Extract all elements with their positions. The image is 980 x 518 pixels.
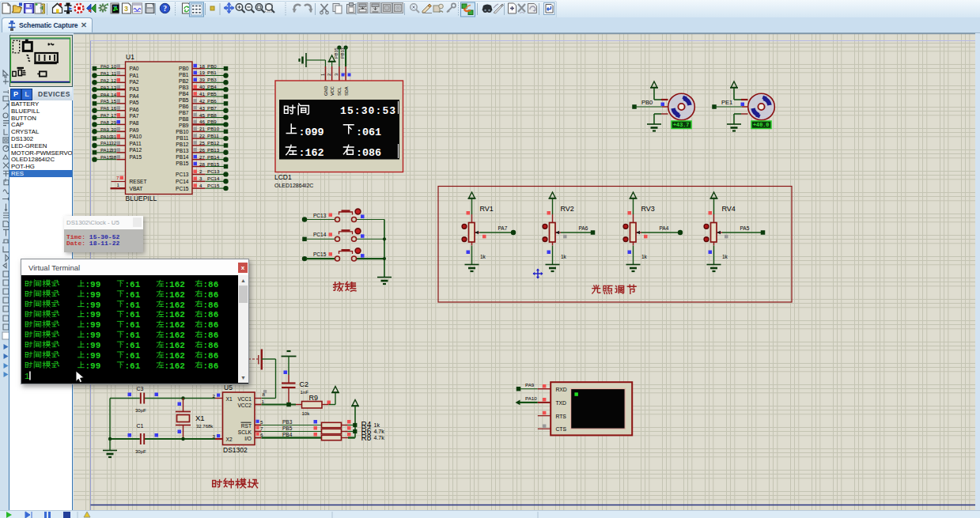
svg-text:PB9: PB9 (179, 123, 189, 128)
svg-text:PB11: PB11 (207, 133, 219, 138)
svg-text::162: :162 (165, 301, 185, 310)
svg-text:27: 27 (199, 154, 205, 160)
svg-text:4.7k: 4.7k (374, 435, 385, 440)
svg-text:VCC2: VCC2 (237, 403, 252, 408)
svg-text:1: 1 (25, 372, 29, 381)
svg-text:PB13: PB13 (207, 147, 220, 153)
svg-text:PB7: PB7 (179, 110, 189, 115)
svg-text:11: 11 (112, 71, 117, 76)
svg-text:PC14: PC14 (313, 232, 327, 237)
svg-text:PA11: PA11 (100, 141, 112, 146)
svg-text:3: 3 (199, 176, 202, 181)
svg-text::86: :86 (203, 341, 219, 350)
svg-text:13: 13 (111, 85, 116, 90)
svg-text:26: 26 (199, 147, 205, 153)
svg-text:PC14: PC14 (176, 179, 189, 184)
svg-text:28: 28 (199, 161, 205, 167)
svg-text:2: 2 (213, 393, 216, 399)
svg-text:PC13: PC13 (176, 172, 189, 177)
svg-text:1: 1 (117, 182, 120, 187)
svg-text:PA7: PA7 (100, 113, 110, 118)
svg-text:PC15: PC15 (207, 183, 220, 188)
svg-text:SCL: SCL (337, 87, 342, 96)
svg-text:PB1: PB1 (207, 70, 217, 75)
svg-text:PB7: PB7 (207, 105, 217, 111)
svg-text:PA2: PA2 (130, 79, 139, 85)
svg-text:RESET: RESET (130, 179, 147, 184)
svg-text:PA9: PA9 (130, 127, 139, 133)
svg-text::162: :162 (299, 147, 324, 159)
svg-text:PA15: PA15 (130, 154, 142, 160)
svg-text::86: :86 (203, 331, 219, 340)
svg-text:PB5: PB5 (179, 97, 189, 103)
svg-text:PE1: PE1 (721, 99, 732, 106)
svg-text:PA2: PA2 (100, 78, 110, 83)
svg-text:PA10: PA10 (130, 134, 142, 139)
svg-text:39: 39 (199, 77, 205, 82)
svg-text::99: :99 (85, 280, 101, 289)
svg-text::86: :86 (203, 301, 219, 310)
svg-text:PB0: PB0 (641, 99, 653, 106)
svg-text:PB6: PB6 (179, 104, 189, 109)
svg-text:38: 38 (111, 155, 116, 160)
svg-text::86: :86 (203, 280, 219, 289)
svg-text:33: 33 (111, 148, 116, 153)
svg-text:PC15: PC15 (313, 251, 327, 257)
svg-text:PA4: PA4 (130, 93, 139, 99)
svg-text:RV4: RV4 (722, 205, 736, 213)
svg-text:PA9: PA9 (525, 382, 535, 388)
svg-text::99: :99 (85, 351, 101, 361)
svg-text:PA7: PA7 (498, 225, 508, 231)
svg-text::99: :99 (85, 310, 101, 319)
svg-text:19: 19 (199, 70, 205, 75)
svg-text:PB10: PB10 (207, 126, 220, 131)
svg-text:CTS: CTS (555, 426, 566, 432)
svg-text:25: 25 (199, 140, 205, 146)
svg-text:PA6: PA6 (579, 225, 588, 231)
svg-text:PB6: PB6 (207, 98, 217, 104)
svg-text:PB8: PB8 (207, 112, 217, 118)
svg-text:41: 41 (199, 91, 205, 96)
svg-text:RV2: RV2 (561, 205, 574, 213)
svg-text:U1: U1 (126, 53, 134, 61)
svg-text:1k: 1k (480, 254, 486, 259)
svg-text:SCLK: SCLK (238, 429, 252, 435)
svg-text::61: :61 (125, 361, 141, 371)
svg-text::162: :162 (165, 351, 185, 361)
svg-text:PB3: PB3 (179, 85, 189, 90)
svg-text:PB8: PB8 (179, 116, 189, 122)
svg-text:PB14: PB14 (207, 154, 220, 160)
svg-text:PA5: PA5 (130, 100, 139, 105)
svg-text:X1: X1 (226, 396, 233, 402)
svg-text:RST: RST (241, 423, 252, 429)
svg-text:PB12: PB12 (207, 140, 220, 146)
svg-text::162: :162 (165, 331, 185, 340)
svg-text:1k: 1k (374, 422, 380, 428)
svg-text:PA12: PA12 (130, 147, 142, 153)
svg-text:VCC: VCC (330, 86, 335, 96)
svg-text:1: 1 (262, 399, 265, 404)
svg-text:PA3: PA3 (100, 85, 110, 90)
svg-text:PA0: PA0 (130, 66, 139, 71)
svg-text:BLUEPILL: BLUEPILL (126, 195, 157, 202)
svg-text:4: 4 (199, 183, 202, 188)
svg-text:PA4: PA4 (100, 93, 110, 97)
svg-text:PA10: PA10 (525, 395, 537, 401)
svg-text:GND: GND (324, 86, 328, 96)
svg-text:PB0: PB0 (179, 66, 189, 71)
svg-text:U5: U5 (224, 384, 233, 391)
svg-text:14: 14 (111, 93, 116, 97)
svg-text:32: 32 (111, 141, 116, 146)
svg-text:1k: 1k (561, 254, 567, 259)
svg-text:PA8: PA8 (130, 120, 139, 126)
svg-text:PC13: PC13 (207, 168, 220, 174)
svg-text:PB14: PB14 (176, 154, 188, 160)
svg-text:PB15: PB15 (176, 161, 188, 166)
svg-text:2: 2 (199, 168, 202, 174)
svg-text:21: 21 (199, 126, 205, 131)
svg-text:PB0: PB0 (207, 63, 217, 69)
svg-text:OLED12864I2C: OLED12864I2C (274, 183, 313, 188)
svg-text:PB12: PB12 (176, 142, 188, 147)
svg-text:12: 12 (111, 78, 116, 83)
svg-text:PA5: PA5 (740, 225, 750, 231)
